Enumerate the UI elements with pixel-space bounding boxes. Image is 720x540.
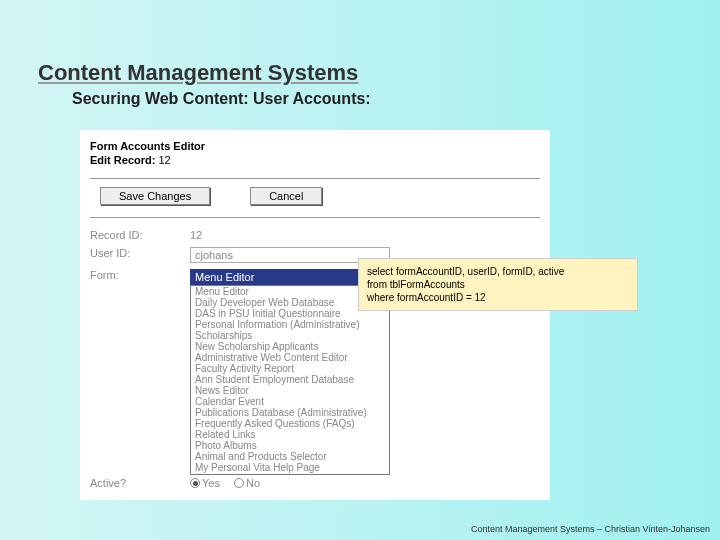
- active-yes-radio[interactable]: Yes: [190, 477, 220, 489]
- form-select-option[interactable]: My Personal Vita Help Page: [191, 462, 389, 473]
- form-select-option[interactable]: Personal Information (Administrative): [191, 319, 389, 330]
- cancel-button[interactable]: Cancel: [250, 187, 322, 205]
- active-yes-label: Yes: [202, 477, 220, 489]
- form-select-option[interactable]: News Editor: [191, 385, 389, 396]
- editor-subheader: Edit Record: 12: [80, 154, 550, 174]
- form-select-option[interactable]: Publications Database (Administrative): [191, 407, 389, 418]
- slide-title: Content Management Systems: [0, 0, 720, 86]
- slide-footer: Content Management Systems – Christian V…: [471, 524, 710, 534]
- form-select-option[interactable]: Calendar Event: [191, 396, 389, 407]
- record-id-row: Record ID: 12: [80, 226, 550, 244]
- record-id-value: 12: [190, 229, 202, 241]
- divider: [90, 217, 540, 218]
- form-select-value: Menu Editor: [195, 271, 254, 283]
- form-select-option[interactable]: New Scholarship Applicants: [191, 341, 389, 352]
- divider: [90, 178, 540, 179]
- editor-header: Form Accounts Editor: [80, 130, 550, 154]
- sql-line: select formAccountID, userID, formID, ac…: [367, 265, 629, 278]
- active-no-radio[interactable]: No: [234, 477, 260, 489]
- sql-line: where formAccountID = 12: [367, 291, 629, 304]
- form-accounts-editor: Form Accounts Editor Edit Record: 12 Sav…: [80, 130, 550, 500]
- radio-icon: [190, 478, 200, 488]
- form-select-option[interactable]: Faculty Activity Report: [191, 363, 389, 374]
- form-select-option[interactable]: Scholarships: [191, 330, 389, 341]
- form-select-option[interactable]: Administrative Web Content Editor: [191, 352, 389, 363]
- form-select-option[interactable]: Photo Albums: [191, 440, 389, 451]
- slide-subtitle: Securing Web Content: User Accounts:: [0, 86, 720, 108]
- form-label: Form:: [90, 269, 190, 281]
- save-button[interactable]: Save Changes: [100, 187, 210, 205]
- user-id-label: User ID:: [90, 247, 190, 263]
- active-radio-group: Yes No: [190, 477, 260, 489]
- form-select-option[interactable]: Ann Student Employment Database: [191, 374, 389, 385]
- record-id-label: Record ID:: [90, 229, 190, 241]
- form-select-option[interactable]: Frequently Asked Questions (FAQs): [191, 418, 389, 429]
- edit-record-label: Edit Record:: [90, 154, 155, 166]
- form-select-option[interactable]: Animal and Products Selector: [191, 451, 389, 462]
- sql-callout: select formAccountID, userID, formID, ac…: [358, 258, 638, 311]
- button-row: Save Changes Cancel: [80, 187, 550, 213]
- sql-line: from tblFormAccounts: [367, 278, 629, 291]
- edit-record-value: 12: [158, 154, 170, 166]
- form-select-option[interactable]: Related Links: [191, 429, 389, 440]
- active-no-label: No: [246, 477, 260, 489]
- active-label: Active?: [90, 477, 190, 489]
- radio-icon: [234, 478, 244, 488]
- form-select-dropdown[interactable]: Menu EditorDaily Developer Web DatabaseD…: [190, 285, 390, 475]
- active-row: Active? Yes No: [80, 474, 270, 492]
